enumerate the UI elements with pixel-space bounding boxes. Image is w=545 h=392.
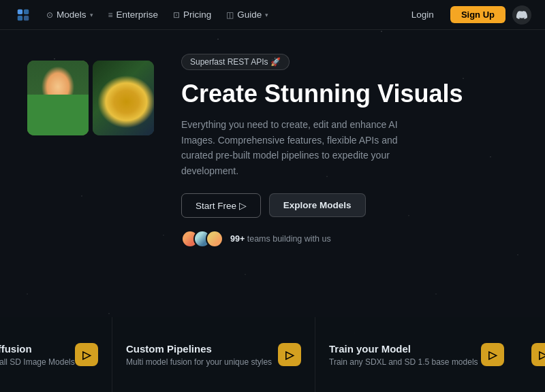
svg-point-23 xyxy=(141,83,151,93)
svg-point-13 xyxy=(61,87,65,92)
hero-title: Create Stunning Visuals xyxy=(181,80,518,108)
badge-text: Superfast REST APIs 🚀 xyxy=(190,57,281,67)
nav-links: ⊙ Models ▾ ≡ Enterprise ⊡ Pricing ◫ Guid… xyxy=(40,6,275,23)
svg-rect-0 xyxy=(18,9,22,14)
signup-button[interactable]: Sign Up xyxy=(450,6,505,23)
proof-count: 99+ xyxy=(230,234,245,244)
models-icon: ⊙ xyxy=(46,10,53,20)
start-free-button[interactable]: Start Free ▷ xyxy=(181,193,261,218)
svg-rect-5 xyxy=(37,101,78,135)
proof-label: teams building with us xyxy=(247,234,331,244)
svg-point-16 xyxy=(56,93,60,96)
svg-point-14 xyxy=(52,88,54,91)
card-arrow-button[interactable]: ▷ xyxy=(531,343,545,366)
svg-point-10 xyxy=(64,70,80,95)
svg-rect-17 xyxy=(93,61,154,135)
svg-point-8 xyxy=(42,65,74,86)
card-title: Custom Pipelines xyxy=(126,343,272,355)
social-proof: 99+ teams building with us xyxy=(181,230,518,248)
svg-rect-3 xyxy=(24,15,29,20)
nav-right: Login Sign Up xyxy=(402,5,531,24)
card-custom-pipelines: Custom Pipelines Multi model fusion for … xyxy=(112,317,315,392)
svg-point-7 xyxy=(43,72,73,106)
card-text: le Diffusion s with all SD Image Models xyxy=(0,343,75,367)
image-collage xyxy=(27,61,154,135)
svg-point-27 xyxy=(112,84,142,116)
guide-icon: ◫ xyxy=(226,10,234,20)
svg-point-32 xyxy=(131,94,134,98)
svg-rect-34 xyxy=(125,108,128,112)
enterprise-label: Enterprise xyxy=(116,10,159,20)
svg-rect-1 xyxy=(24,9,29,14)
svg-point-22 xyxy=(95,89,106,100)
svg-line-38 xyxy=(132,104,142,106)
card-text: Custom Pipelines Multi model fusion for … xyxy=(126,343,272,367)
guide-label: Guide xyxy=(237,10,262,20)
svg-point-9 xyxy=(35,70,52,95)
nav-pricing[interactable]: ⊡ Pricing xyxy=(166,6,218,23)
card-arrow-button[interactable]: ▷ xyxy=(75,343,98,366)
svg-point-20 xyxy=(93,101,121,129)
hero-image-person xyxy=(27,61,89,135)
svg-point-28 xyxy=(117,100,136,114)
svg-point-24 xyxy=(100,122,112,135)
pricing-icon: ⊡ xyxy=(173,10,180,20)
nav-guide[interactable]: ◫ Guide ▾ xyxy=(219,6,275,23)
guide-chevron: ▾ xyxy=(265,12,268,18)
card-subtitle: Train any SDXL and SD 1.5 base models xyxy=(329,357,478,367)
svg-point-26 xyxy=(106,78,147,125)
svg-rect-4 xyxy=(27,61,89,135)
card-partial-right: ▷ xyxy=(518,317,545,392)
card-title: Train your Model xyxy=(329,343,478,355)
card-subtitle: Multi model fusion for your unique style… xyxy=(126,357,272,367)
svg-rect-6 xyxy=(52,93,63,105)
avatar xyxy=(206,230,223,248)
hero-image-lion xyxy=(93,61,154,135)
hero-text: Superfast REST APIs 🚀 Create Stunning Vi… xyxy=(181,54,518,248)
nav-left: ⊙ Models ▾ ≡ Enterprise ⊡ Pricing ◫ Guid… xyxy=(14,5,275,24)
feature-cards: le Diffusion s with all SD Image Models … xyxy=(0,317,545,392)
card-train-model: Train your Model Train any SDXL and SD 1… xyxy=(315,317,518,392)
hero-description: Everything you need to create, edit and … xyxy=(181,117,426,178)
card-arrow-button[interactable]: ▷ xyxy=(481,343,504,366)
models-label: Models xyxy=(57,10,87,20)
card-title: le Diffusion xyxy=(0,343,75,355)
svg-line-36 xyxy=(112,104,121,106)
svg-point-11 xyxy=(44,65,72,81)
app-logo[interactable] xyxy=(14,5,33,24)
models-chevron: ▾ xyxy=(90,12,93,18)
card-text: Train your Model Train any SDXL and SD 1… xyxy=(329,343,478,367)
svg-point-21 xyxy=(129,110,154,128)
card-subtitle: s with all SD Image Models xyxy=(0,357,75,367)
svg-point-19 xyxy=(131,65,154,82)
hero-badge: Superfast REST APIs 🚀 xyxy=(181,54,290,70)
main-content: Superfast REST APIs 🚀 Create Stunning Vi… xyxy=(0,30,545,317)
nav-models[interactable]: ⊙ Models ▾ xyxy=(40,6,100,23)
cta-row: Start Free ▷ Explore Models xyxy=(181,193,518,218)
discord-icon[interactable] xyxy=(512,5,531,24)
svg-point-25 xyxy=(101,74,153,131)
enterprise-icon: ≡ xyxy=(108,10,113,20)
card-stable-diffusion: le Diffusion s with all SD Image Models … xyxy=(0,317,112,392)
svg-point-12 xyxy=(51,87,55,92)
nav-enterprise[interactable]: ≡ Enterprise xyxy=(102,6,166,23)
card-arrow-button[interactable]: ▷ xyxy=(278,343,301,366)
explore-models-button[interactable]: Explore Models xyxy=(269,193,366,217)
login-button[interactable]: Login xyxy=(402,6,443,23)
pricing-label: Pricing xyxy=(183,10,211,20)
svg-point-29 xyxy=(118,93,125,99)
avatar-group xyxy=(181,230,223,248)
svg-point-31 xyxy=(120,94,123,98)
svg-rect-2 xyxy=(18,15,22,20)
navbar: ⊙ Models ▾ ≡ Enterprise ⊡ Pricing ◫ Guid… xyxy=(0,0,545,30)
svg-rect-33 xyxy=(121,108,125,113)
svg-point-18 xyxy=(93,69,117,93)
svg-point-15 xyxy=(61,88,64,91)
svg-rect-35 xyxy=(129,108,132,113)
svg-point-30 xyxy=(129,93,136,99)
proof-text: 99+ teams building with us xyxy=(230,234,331,244)
